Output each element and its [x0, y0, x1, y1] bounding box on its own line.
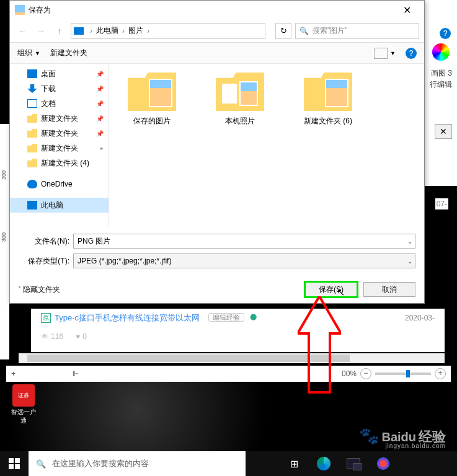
sidebar-label: 新建文件夹 (4) [41, 158, 89, 169]
task-view-button[interactable]: ⊞ [280, 451, 308, 476]
view-menu[interactable]: ▼ [374, 48, 396, 59]
likes-stat: ♥0 [76, 332, 87, 341]
sidebar-label: 新建文件夹 [41, 113, 78, 124]
bottom-panel: 文件名(N): PNG 图片⌄ 保存类型(T): JPEG (*.jpg;*.j… [10, 227, 424, 276]
article-row: 原 Type-c接口手机怎样有线连接宽带以太网 编辑经验 ⬣ 2020-03- … [31, 309, 445, 352]
filetype-label: 保存类型(T): [19, 256, 69, 267]
color-wheel-icon [432, 43, 450, 61]
sidebar: 桌面📌下载📌文档📌新建文件夹📌新建文件夹📌新建文件夹▸新建文件夹 (4)OneD… [10, 64, 109, 227]
search-placeholder: 搜索"图片" [313, 25, 348, 36]
sidebar-label: 桌面 [41, 69, 56, 79]
breadcrumb[interactable]: › 此电脑 › 图片 › [71, 23, 265, 39]
bg-label-2: 行编辑 [430, 79, 452, 90]
zoom-value: 00% [342, 369, 357, 378]
edit-badge[interactable]: 编辑经验 [208, 313, 244, 322]
new-folder-button[interactable]: 新建文件夹 [50, 48, 87, 58]
folder-icon [304, 73, 352, 111]
views-stat: 👁116 [41, 332, 63, 341]
svg-rect-0 [15, 5, 25, 12]
dialog-title: 保存为 [29, 5, 394, 15]
sidebar-item-nf2[interactable]: 新建文件夹📌 [10, 126, 109, 141]
nav-back-button[interactable]: ← [15, 24, 30, 38]
taskbar-search[interactable]: 🔍 在这里输入你要搜索的内容 [29, 451, 246, 476]
start-button[interactable] [0, 451, 29, 476]
sidebar-item-desktop[interactable]: 桌面📌 [10, 66, 109, 81]
status-plus[interactable]: + [11, 369, 16, 378]
search-icon: 🔍 [299, 27, 309, 35]
baidu-watermark: 🐾 Baidu 经验 jingyan.baidu.com [359, 426, 446, 446]
folder-content: 保存的图片本机照片新建文件夹 (6) [109, 64, 424, 227]
save-button[interactable]: 保存(S) [305, 282, 357, 297]
sidebar-item-nf1[interactable]: 新建文件夹📌 [10, 111, 109, 126]
help-icon[interactable]: ? [406, 48, 417, 59]
search-input[interactable]: 🔍 搜索"图片" [295, 23, 419, 39]
close-button[interactable]: ✕ [394, 4, 419, 16]
pc-icon [27, 201, 37, 209]
windows-logo-icon [9, 458, 20, 469]
folder-icon [27, 114, 37, 123]
zoom-out-button[interactable]: − [360, 368, 371, 379]
cortana-button[interactable] [251, 451, 278, 476]
onedrive-icon [27, 180, 37, 188]
titlebar: 保存为 ✕ [10, 1, 424, 19]
snip-app-button[interactable] [370, 451, 397, 476]
breadcrumb-root[interactable]: 此电脑 [96, 25, 118, 36]
sidebar-item-documents[interactable]: 文档📌 [10, 96, 109, 111]
bg-close-button[interactable]: ✕ [435, 124, 452, 139]
sidebar-item-nf3[interactable]: 新建文件夹▸ [10, 141, 109, 156]
pin-icon: 📌 [96, 100, 104, 107]
eye-icon: 👁 [41, 332, 48, 341]
folder-icon [27, 144, 37, 152]
folder-label: 保存的图片 [118, 116, 186, 126]
sidebar-item-downloads[interactable]: 下载📌 [10, 81, 109, 96]
cancel-button[interactable]: 取消 [363, 282, 415, 297]
folder-icon [128, 73, 176, 111]
hide-folders-toggle[interactable]: ˆ隐藏文件夹 [19, 284, 60, 295]
pin-icon: 📌 [96, 86, 104, 92]
app-icon [15, 5, 25, 15]
folder-icon [216, 73, 264, 111]
svg-rect-1 [15, 12, 25, 15]
nav-up-button[interactable]: ↑ [52, 24, 67, 38]
pin-icon: 📌 [96, 130, 104, 137]
filetype-select[interactable]: JPEG (*.jpg;*.jpeg;*.jpe;*.jfif)⌄ [73, 253, 415, 268]
save-as-dialog: 保存为 ✕ ← → ↑ › 此电脑 › 图片 › ↻ 🔍 搜索"图片" 组织▼ … [9, 0, 425, 304]
article-date: 2020-03- [405, 314, 435, 322]
bg-date-partial: 07- [435, 198, 448, 209]
zoom-slider[interactable] [375, 372, 431, 375]
folder-saved[interactable]: 保存的图片 [118, 73, 186, 126]
action-bar: ˆ隐藏文件夹 保存(S) 取消 [10, 276, 424, 303]
breadcrumb-folder[interactable]: 图片 [128, 25, 143, 36]
filename-input[interactable]: PNG 图片⌄ [73, 234, 415, 249]
monitor-app-button[interactable] [340, 451, 367, 476]
folder-nf6[interactable]: 新建文件夹 (6) [294, 73, 362, 126]
sidebar-label: 此电脑 [41, 200, 63, 211]
edge-icon [317, 457, 331, 470]
toolbar: 组织▼ 新建文件夹 ▼ ? [10, 43, 424, 64]
statusbar: + ⊩ 00% − + [6, 366, 451, 382]
heart-icon: ♥ [76, 332, 80, 341]
folder-icon [27, 129, 37, 138]
desktop-shortcut[interactable]: 证券 智远一户通 [10, 384, 37, 425]
ruler-vertical: 200 300 [0, 124, 9, 359]
bg-help-icon[interactable]: ? [440, 28, 451, 39]
folder-camera[interactable]: 本机照片 [206, 73, 274, 126]
organize-menu[interactable]: 组织▼ [17, 48, 40, 58]
article-link[interactable]: 原 Type-c接口手机怎样有线连接宽带以太网 [41, 312, 200, 324]
nav-forward-button[interactable]: → [33, 24, 48, 38]
sidebar-item-onedrive[interactable]: OneDrive [10, 177, 109, 192]
sidebar-item-thispc[interactable]: 此电脑 [10, 198, 109, 213]
edge-button[interactable] [310, 451, 337, 476]
folder-label: 新建文件夹 (6) [294, 116, 362, 126]
status-marker-icon: ⊩ [73, 369, 79, 378]
horizontal-scrollbar[interactable] [19, 353, 445, 363]
desktop-icon [27, 69, 37, 78]
monitor-icon [347, 458, 360, 469]
folder-icon [27, 159, 37, 167]
shield-icon: ⬣ [250, 312, 257, 322]
sidebar-item-nf4[interactable]: 新建文件夹 (4) [10, 156, 109, 170]
zoom-in-button[interactable]: + [435, 368, 446, 379]
pin-icon: 📌 [96, 71, 104, 77]
refresh-button[interactable]: ↻ [275, 23, 291, 39]
filename-label: 文件名(N): [19, 236, 69, 247]
